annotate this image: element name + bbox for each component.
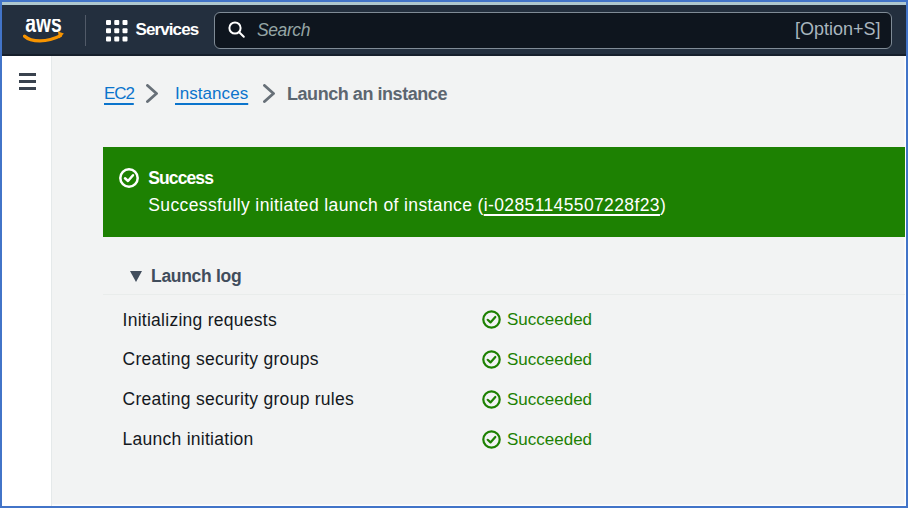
svg-text:aws: aws xyxy=(25,19,62,37)
